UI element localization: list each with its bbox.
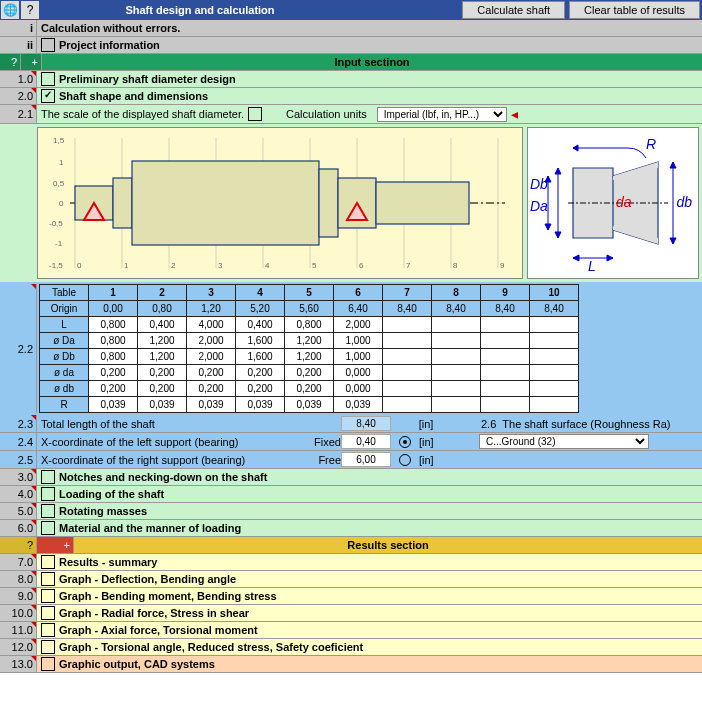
section-5[interactable]: 5.0Rotating masses	[0, 503, 702, 520]
section-2[interactable]: 2.0 ✓Shaft shape and dimensions	[0, 88, 702, 105]
info-row-ii[interactable]: ii Project information	[0, 37, 702, 54]
shaft-table[interactable]: Table12345678910Origin0,000,801,205,205,…	[39, 284, 579, 413]
dim-r: R	[646, 136, 656, 152]
clear-button[interactable]: Clear table of results	[569, 1, 700, 19]
idx-2: 2.0	[0, 88, 37, 104]
info-text: Calculation without errors.	[37, 20, 702, 36]
total-length-value: 8,40	[341, 416, 391, 431]
svg-marker-45	[555, 232, 561, 238]
section-label: Shaft shape and dimensions	[59, 90, 208, 102]
expand-button[interactable]: +	[37, 537, 74, 553]
section-10[interactable]: 10.0Graph - Radial force, Stress in shea…	[0, 605, 702, 622]
section-8[interactable]: 8.0Graph - Deflection, Bending angle	[0, 571, 702, 588]
left-support-value[interactable]: 0,40	[341, 434, 391, 449]
svg-rect-31	[132, 161, 319, 245]
svg-text:4: 4	[265, 261, 270, 270]
section-label: Graph - Torsional angle, Reduced stress,…	[59, 641, 363, 653]
svg-text:7: 7	[406, 261, 411, 270]
help-button[interactable]: ?	[0, 537, 37, 553]
svg-marker-51	[670, 238, 676, 244]
checkbox-icon[interactable]	[41, 657, 55, 671]
svg-text:8: 8	[453, 261, 458, 270]
checkbox-icon[interactable]	[41, 572, 55, 586]
section-label: Results - summary	[59, 556, 157, 568]
checkbox-icon[interactable]: ✓	[41, 89, 55, 103]
section-9[interactable]: 9.0Graph - Bending moment, Bending stres…	[0, 588, 702, 605]
svg-text:1: 1	[124, 261, 129, 270]
results-title: Results section	[74, 537, 702, 553]
checkbox-icon[interactable]	[41, 623, 55, 637]
idx: 9.0	[0, 588, 37, 604]
svg-text:1: 1	[59, 158, 64, 167]
checkbox-icon[interactable]	[41, 589, 55, 603]
idx: 5.0	[0, 503, 37, 519]
idx-i: i	[0, 20, 37, 36]
section-7[interactable]: 7.0Results - summary	[0, 554, 702, 571]
idx-22: 2.2	[0, 284, 37, 413]
row-2-1: 2.1 The scale of the displayed shaft dia…	[0, 105, 702, 124]
app-icon[interactable]: 🌐	[1, 1, 19, 19]
scale-checkbox[interactable]	[248, 107, 262, 121]
units-select[interactable]: Imperial (lbf, in, HP...)	[377, 107, 507, 122]
section-label: Rotating masses	[59, 505, 147, 517]
section-6[interactable]: 6.0Material and the manner of loading	[0, 520, 702, 537]
idx-ii: ii	[0, 37, 37, 53]
svg-text:0: 0	[77, 261, 82, 270]
checkbox-icon[interactable]	[41, 470, 55, 484]
help-button[interactable]: ?	[0, 54, 21, 70]
checkbox-icon[interactable]	[41, 521, 55, 535]
section-11[interactable]: 11.0Graph - Axial force, Torsional momen…	[0, 622, 702, 639]
svg-marker-54	[607, 255, 613, 261]
section-12[interactable]: 12.0Graph - Torsional angle, Reduced str…	[0, 639, 702, 656]
expand-button[interactable]: +	[21, 54, 42, 70]
mode-label: Free	[301, 454, 341, 466]
svg-marker-48	[545, 224, 551, 230]
surface-label: The shaft surface (Roughness Ra)	[502, 418, 670, 430]
results-section-header: ? + Results section	[0, 537, 702, 554]
section-label: Graphic output, CAD systems	[59, 658, 215, 670]
checkbox-icon[interactable]	[41, 606, 55, 620]
svg-text:9: 9	[500, 261, 505, 270]
checkbox-icon[interactable]	[41, 487, 55, 501]
row-2-5: 2.5 X-coordinate of the right support (b…	[0, 451, 702, 469]
section-label: Graph - Radial force, Stress in shear	[59, 607, 249, 619]
row-2-4: 2.4 X-coordinate of the left support (be…	[0, 433, 702, 451]
dim-db-inner: db	[676, 194, 692, 210]
svg-text:5: 5	[312, 261, 317, 270]
checkbox-icon[interactable]	[41, 72, 55, 86]
idx: 4.0	[0, 486, 37, 502]
dim-db-outer: Db	[530, 176, 548, 192]
idx: 3.0	[0, 469, 37, 485]
idx-21: 2.1	[0, 105, 37, 123]
idx-24: 2.4	[0, 433, 37, 450]
checkbox-icon[interactable]	[41, 504, 55, 518]
checkbox-icon[interactable]	[41, 555, 55, 569]
idx-25: 2.5	[0, 451, 37, 468]
svg-text:3: 3	[218, 261, 223, 270]
calculate-button[interactable]: Calculate shaft	[462, 1, 565, 19]
svg-text:0,5: 0,5	[53, 179, 65, 188]
checkbox-icon[interactable]	[41, 640, 55, 654]
help-icon[interactable]: ?	[21, 1, 39, 19]
total-length-label: Total length of the shaft	[41, 418, 341, 430]
dim-da-inner: da	[616, 194, 632, 210]
arrow-left-icon: ◂	[511, 106, 518, 122]
radio-fixed[interactable]	[399, 436, 411, 448]
idx: 10.0	[0, 605, 37, 621]
section-1[interactable]: 1.0 Preliminary shaft diameter design	[0, 71, 702, 88]
section-4[interactable]: 4.0Loading of the shaft	[0, 486, 702, 503]
section-label: Material and the manner of loading	[59, 522, 241, 534]
surface-select[interactable]: C...Ground (32)	[479, 434, 649, 449]
section-13[interactable]: 13.0Graphic output, CAD systems	[0, 656, 702, 673]
checkbox-icon[interactable]	[41, 38, 55, 52]
svg-text:6: 6	[359, 261, 364, 270]
idx: 7.0	[0, 554, 37, 570]
svg-marker-50	[670, 162, 676, 168]
right-support-value[interactable]: 6,00	[341, 452, 391, 467]
section-3[interactable]: 3.0Notches and necking-down on the shaft	[0, 469, 702, 486]
idx: 12.0	[0, 639, 37, 655]
dim-l: L	[588, 258, 596, 274]
info-row-i: i Calculation without errors.	[0, 20, 702, 37]
section-label: Notches and necking-down on the shaft	[59, 471, 267, 483]
radio-free[interactable]	[399, 454, 411, 466]
